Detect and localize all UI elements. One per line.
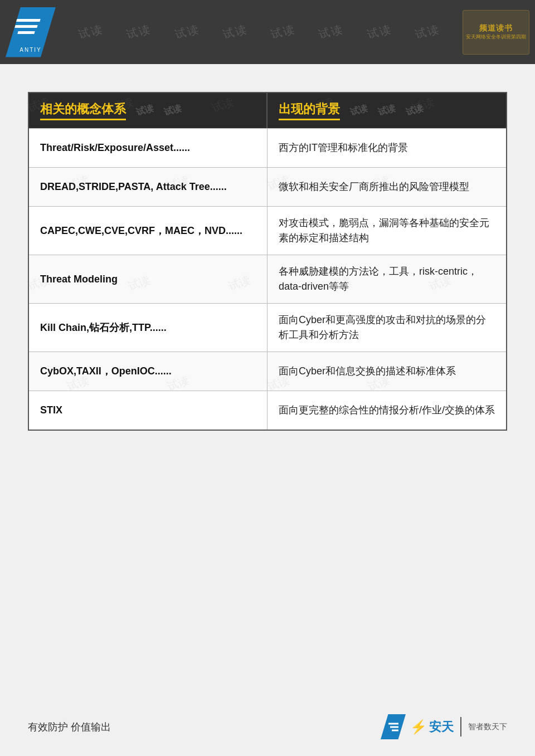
brand-logo-top: 频道读书 [479,23,513,33]
row2-right: 微软和相关安全厂商所推出的风险管理模型 [268,168,506,206]
main-content: 试读 试读 试读 试读 试读 试读 试读 试读 试读 试读 试读 试读 试读 试… [0,64,535,447]
header-wm-5: 试读 [269,22,296,42]
table-row: STIX 面向更完整的综合性的情报分析/作业/交换的体系 [29,391,506,430]
table-row: Threat/Risk/Exposure/Asset...... 西方的IT管理… [29,128,506,167]
header-wm-8: 试读 [414,22,441,42]
logo-line-1 [12,19,40,22]
table-row: CAPEC,CWE,CVE,CVRF，MAEC，NVD...... 对攻击模式，… [29,206,506,255]
header-wm-4: 试读 [221,22,249,42]
logo-shape: ANTIY [6,7,56,57]
header-bar: ANTIY 试读 试读 试读 试读 试读 试读 试读 试读 频道读书 安天网络安… [0,0,535,64]
header-wm-7: 试读 [366,22,393,42]
row4-right: 各种威胁建模的方法论，工具，risk-centric，data-driven等等 [268,255,506,303]
logo-lines [12,16,40,37]
table-row: Threat Modeling 各种威胁建模的方法论，工具，risk-centr… [29,255,506,303]
footer-brand: ⚡ 安天 智者数天下 [381,714,507,739]
row6-right: 面向Cyber和信息交换的描述和标准体系 [268,352,506,391]
table-row: Kill Chain,钻石分析,TTP...... 面向Cyber和更高强度的攻… [29,303,506,352]
row1-left: Threat/Risk/Exposure/Asset...... [29,129,268,167]
footer-brand-name: ⚡ 安天 智者数天下 [410,717,507,737]
row3-right: 对攻击模式，脆弱点，漏洞等各种基础的安全元素的标定和描述结构 [268,207,506,255]
header-wm-1: 试读 [77,22,104,42]
header-wm-6: 试读 [318,22,345,42]
footer-divider [460,717,461,737]
table-row: CybOX,TAXII，OpenIOC...... 面向Cyber和信息交换的描… [29,352,506,391]
footer-brand-text: 安天 [429,719,454,735]
logo-line-2 [14,25,37,28]
header-watermarks: 试读 试读 试读 试读 试读 试读 试读 试读 [56,25,463,40]
footer-logo-icon [381,714,406,739]
row4-left: Threat Modeling [29,255,268,303]
row5-right: 面向Cyber和更高强度的攻击和对抗的场景的分析工具和分析方法 [268,304,506,352]
logo-line-3 [17,31,35,34]
row7-left: STIX [29,391,268,430]
row5-left: Kill Chain,钻石分析,TTP...... [29,304,268,352]
row2-left: DREAD,STRIDE,PASTA, Attack Tree...... [29,168,268,206]
antiy-label: ANTIY [6,47,56,53]
header-wm-3: 试读 [173,22,201,42]
row3-left: CAPEC,CWE,CVE,CVRF，MAEC，NVD...... [29,207,268,255]
footer-logo-svg [386,719,401,735]
row6-left: CybOX,TAXII，OpenIOC...... [29,352,268,391]
header-brand-box: 频道读书 安天网络安全冬训营第四期 [463,10,529,55]
table-header-row: 相关的概念体系 试读 试读 出现的背景 试读 试读 试读 [29,93,506,128]
footer-slogan: 有效防护 价值输出 [28,720,111,734]
table-row: DREAD,STRIDE,PASTA, Attack Tree...... 微软… [29,167,506,206]
brand-logo-bottom: 安天网络安全冬训营第四期 [466,33,526,41]
col1-header-cell: 相关的概念体系 试读 试读 [29,93,268,128]
col2-header-cell: 出现的背景 试读 试读 试读 [268,93,506,128]
col1-header-text: 相关的概念体系 [40,101,126,120]
footer: 有效防护 价值输出 ⚡ 安天 智者数天下 [0,714,535,739]
row1-right: 西方的IT管理和标准化的背景 [268,129,506,167]
col2-header-text: 出现的背景 [279,101,340,120]
row7-right: 面向更完整的综合性的情报分析/作业/交换的体系 [268,391,506,430]
footer-brand-sub: 智者数天下 [468,722,507,732]
header-wm-2: 试读 [125,22,153,42]
main-table: 相关的概念体系 试读 试读 出现的背景 试读 试读 试读 Threat/Risk… [28,92,507,431]
